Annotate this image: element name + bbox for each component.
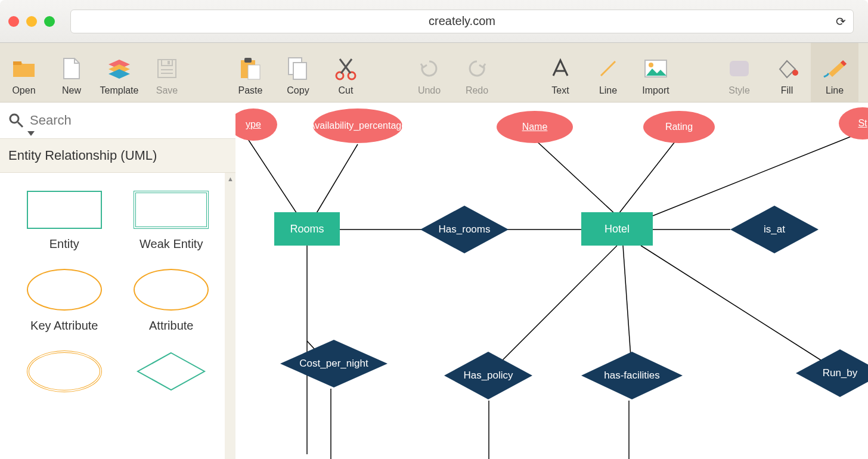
line-label: Line [826,85,844,96]
relationship-shape-icon [135,351,207,392]
undo-icon [416,55,442,82]
attribute-availability[interactable]: Availability_percentage [313,108,402,143]
attribute-name[interactable]: Name [497,111,573,143]
entity-hotel[interactable]: Hotel [581,212,653,246]
dropdown-icon[interactable] [27,131,35,136]
fill-button[interactable]: Fill [763,43,811,102]
cut-icon [333,55,359,82]
pencil-icon [822,55,848,82]
fill-label: Fill [781,85,793,96]
text-button[interactable]: Text [537,43,584,102]
address-bar[interactable]: creately.com ⟳ [70,10,854,33]
svg-rect-8 [248,65,260,79]
relationship-run-by[interactable]: Run_by [796,349,868,397]
paste-icon [237,55,264,82]
scrollbar[interactable] [225,173,235,459]
open-label: Open [12,85,35,96]
url-text: creately.com [429,14,495,28]
import-button[interactable]: Import [632,43,680,102]
shape-search [0,103,235,138]
svg-rect-7 [244,58,252,63]
attribute-shape-icon [134,269,209,311]
search-icon [8,113,24,128]
style-button: Style [715,43,763,102]
template-label: Template [100,85,139,96]
line-tool-button[interactable]: Line [584,43,632,102]
entity-label: Entity [49,237,79,251]
svg-rect-3 [168,61,170,64]
shape-entity[interactable]: Entity [11,191,118,251]
line-icon [595,55,621,82]
svg-line-35 [653,132,861,216]
paste-button[interactable]: Paste [227,43,274,102]
cut-label: Cut [339,85,354,96]
attribute-rating[interactable]: Rating [643,111,715,143]
shape-sidebar: Entity Relationship (UML) ▲ Entity Weak … [0,103,235,459]
scroll-up-icon[interactable]: ▲ [227,175,234,182]
window-controls [8,16,55,27]
shape-palette: ▲ Entity Weak Entity Key Attribute Attri… [0,173,235,459]
svg-rect-1 [158,60,176,77]
svg-line-13 [601,61,615,76]
import-icon [643,55,669,82]
shape-relationship[interactable] [118,351,225,392]
multivalued-shape-icon [27,351,102,392]
line-tool-label: Line [599,85,617,96]
relationship-has-facilities[interactable]: has-facilities [581,352,683,399]
entity-rooms[interactable]: Rooms [274,212,340,246]
shape-key-attribute[interactable]: Key Attribute [11,269,118,333]
new-label: New [62,85,81,96]
shape-attribute[interactable]: Attribute [118,269,225,333]
new-button[interactable]: New [48,43,95,102]
redo-label: Redo [466,85,488,96]
folder-icon [11,55,37,82]
svg-line-19 [18,122,23,127]
cut-button[interactable]: Cut [322,43,370,102]
import-label: Import [642,85,669,96]
undo-label: Undo [418,85,441,96]
workspace: Entity Relationship (UML) ▲ Entity Weak … [0,103,868,459]
save-button: Save [143,43,191,102]
svg-point-17 [792,70,798,76]
relationship-has-policy[interactable]: Has_policy [444,352,532,399]
weak-entity-label: Weak Entity [140,237,203,251]
relationship-is-at[interactable]: is_at [730,206,819,253]
library-title[interactable]: Entity Relationship (UML) [0,138,235,173]
save-label: Save [156,85,178,96]
svg-rect-2 [162,60,172,66]
key-attribute-shape-icon [27,269,102,311]
close-window-icon[interactable] [8,16,19,27]
weak-entity-shape-icon [134,191,209,229]
template-button[interactable]: Template [95,43,143,102]
maximize-window-icon[interactable] [44,16,55,27]
text-label: Text [551,85,569,96]
shape-multivalued-attribute[interactable] [11,351,118,392]
style-icon [726,55,752,82]
shape-weak-entity[interactable]: Weak Entity [118,191,225,251]
svg-point-18 [10,114,18,123]
template-icon [106,55,132,82]
new-doc-icon [58,55,85,82]
search-input[interactable] [30,113,227,128]
text-icon [547,55,574,82]
open-button[interactable]: Open [0,43,48,102]
reload-icon[interactable]: ⟳ [836,14,846,29]
minimize-window-icon[interactable] [26,16,37,27]
copy-icon [285,55,311,82]
svg-rect-10 [293,63,306,79]
svg-rect-5 [161,73,173,74]
svg-point-12 [348,72,355,79]
line-button[interactable]: Line [811,43,858,102]
svg-rect-0 [13,61,21,65]
relationship-has-rooms[interactable]: Has_rooms [420,206,509,253]
style-label: Style [728,85,750,96]
redo-button: Redo [453,43,501,102]
relationship-cost-per-night[interactable]: Cost_per_night [280,340,388,387]
key-attribute-label: Key Attribute [30,319,98,333]
main-toolbar: Open New Template Save Paste Copy C [0,43,868,103]
copy-label: Copy [287,85,309,96]
diagram-canvas[interactable]: ype Availability_percentage Name Rating … [235,103,868,459]
save-icon [154,55,180,82]
svg-line-27 [617,139,677,216]
copy-button[interactable]: Copy [274,43,322,102]
